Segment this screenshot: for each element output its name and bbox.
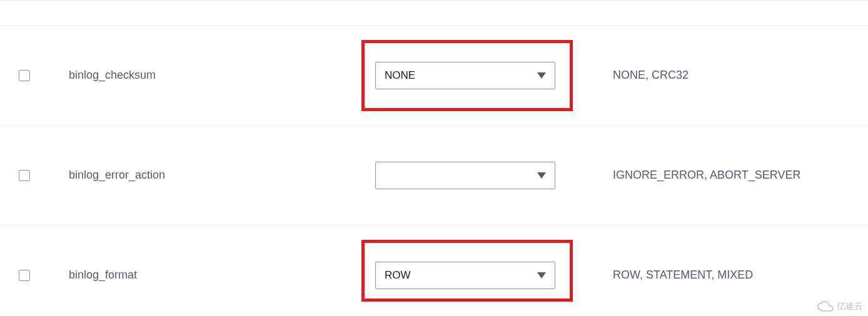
table-row-partial xyxy=(0,0,868,25)
parameter-value-select[interactable]: ROW xyxy=(375,262,555,289)
parameter-name: binlog_checksum xyxy=(69,69,156,81)
row-checkbox[interactable] xyxy=(19,170,30,181)
allowed-values: IGNORE_ERROR, ABORT_SERVER xyxy=(613,169,800,181)
cloud-icon xyxy=(817,301,834,312)
table-row: binlog_format ROW ROW, STATEMENT, MIXED xyxy=(0,225,868,316)
allowed-values: ROW, STATEMENT, MIXED xyxy=(613,269,753,281)
chevron-down-icon xyxy=(537,172,546,179)
table-row: binlog_checksum NONE NONE, CRC32 xyxy=(0,25,868,125)
parameter-value-select[interactable] xyxy=(375,162,555,189)
chevron-down-icon xyxy=(537,272,546,279)
select-value: ROW xyxy=(385,269,411,282)
allowed-values: NONE, CRC32 xyxy=(613,69,689,81)
parameter-name: binlog_format xyxy=(69,269,137,281)
watermark: 亿速云 xyxy=(817,301,863,312)
parameter-value-select[interactable]: NONE xyxy=(375,62,555,89)
row-checkbox[interactable] xyxy=(19,70,30,81)
table-row: binlog_error_action IGNORE_ERROR, ABORT_… xyxy=(0,125,868,225)
select-value: NONE xyxy=(385,69,415,82)
watermark-text: 亿速云 xyxy=(837,301,863,312)
row-checkbox[interactable] xyxy=(19,270,30,281)
parameter-name: binlog_error_action xyxy=(69,169,165,181)
chevron-down-icon xyxy=(537,72,546,79)
